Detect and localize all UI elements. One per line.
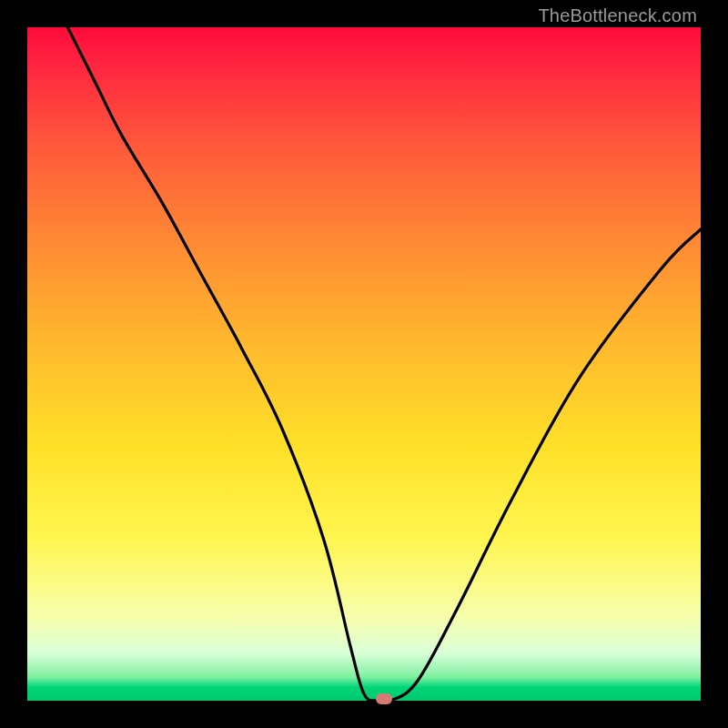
plot-area: [27, 27, 701, 701]
watermark-text: TheBottleneck.com: [538, 5, 697, 26]
chart-frame: TheBottleneck.com: [0, 0, 728, 728]
optimum-marker: [376, 693, 392, 704]
bottleneck-curve: [27, 27, 701, 701]
